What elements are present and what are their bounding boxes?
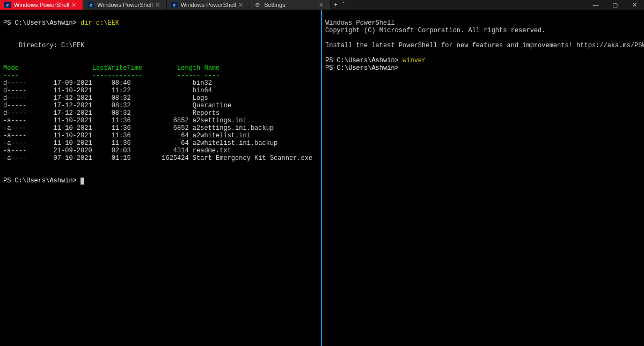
close-window-button[interactable]: ✕ bbox=[625, 0, 644, 10]
install-message: Install the latest PowerShell for new fe… bbox=[325, 42, 576, 49]
cursor bbox=[80, 178, 84, 185]
tab-label: Windows PowerShell bbox=[14, 2, 69, 8]
powershell-icon: ≥ bbox=[171, 2, 178, 8]
minimize-button[interactable]: — bbox=[586, 0, 605, 10]
tab-close-button[interactable]: ✕ bbox=[153, 1, 162, 10]
powershell-icon: ≥ bbox=[4, 2, 11, 8]
banner-line: Windows PowerShell bbox=[325, 19, 395, 27]
prompt: PS C:\Users\Ashwin> bbox=[3, 177, 77, 185]
prompt: PS C:\Users\Ashwin> bbox=[325, 57, 399, 64]
command-text: dir c:\EEK bbox=[80, 19, 119, 27]
titlebar: ≥Windows PowerShell✕≥Windows PowerShell✕… bbox=[0, 0, 644, 10]
tab-0[interactable]: ≥Windows PowerShell✕ bbox=[0, 0, 83, 10]
tab-3[interactable]: ⚙Settings✕ bbox=[250, 0, 331, 10]
prompt: PS C:\Users\Ashwin> bbox=[325, 64, 399, 72]
maximize-button[interactable]: ▢ bbox=[605, 0, 625, 10]
tab-label: Settings bbox=[264, 2, 286, 8]
directory-header: Directory: C:\EEK bbox=[3, 42, 84, 49]
gear-icon: ⚙ bbox=[254, 2, 261, 8]
tab-dropdown-button[interactable]: ˅ bbox=[342, 1, 345, 9]
table-header: Mode LastWriteTime Length Name bbox=[3, 64, 219, 72]
tab-label: Windows PowerShell bbox=[97, 2, 152, 8]
table-header-rule: ---- ------------- ------ ---- bbox=[3, 72, 219, 79]
tabstrip: ≥Windows PowerShell✕≥Windows PowerShell✕… bbox=[0, 0, 331, 10]
table-rows: d----- 17-09-2021 08:40 bin32 d----- 11-… bbox=[3, 79, 312, 162]
tab-actions: + ˅ bbox=[331, 0, 348, 10]
window-controls: — ▢ ✕ bbox=[586, 0, 644, 10]
tab-1[interactable]: ≥Windows PowerShell✕ bbox=[83, 0, 166, 10]
tab-2[interactable]: ≥Windows PowerShell✕ bbox=[167, 0, 250, 10]
new-tab-button[interactable]: + bbox=[334, 1, 338, 9]
banner-line: Copyright (C) Microsoft Corporation. All… bbox=[325, 27, 545, 34]
tab-close-button[interactable]: ✕ bbox=[317, 1, 326, 10]
install-url: https://aka.ms/PSWindows bbox=[576, 42, 644, 49]
tab-close-button[interactable]: ✕ bbox=[236, 1, 245, 10]
tab-close-button[interactable]: ✕ bbox=[69, 1, 78, 10]
terminal-pane-left[interactable]: PS C:\Users\Ashwin> dir c:\EEK Directory… bbox=[0, 10, 322, 346]
powershell-icon: ≥ bbox=[87, 2, 94, 8]
terminal-pane-right[interactable]: Windows PowerShell Copyright (C) Microso… bbox=[322, 10, 644, 346]
prompt: PS C:\Users\Ashwin> bbox=[3, 19, 77, 27]
command-text: winver bbox=[402, 57, 426, 64]
tab-label: Windows PowerShell bbox=[181, 2, 236, 8]
split-panes: PS C:\Users\Ashwin> dir c:\EEK Directory… bbox=[0, 10, 644, 346]
